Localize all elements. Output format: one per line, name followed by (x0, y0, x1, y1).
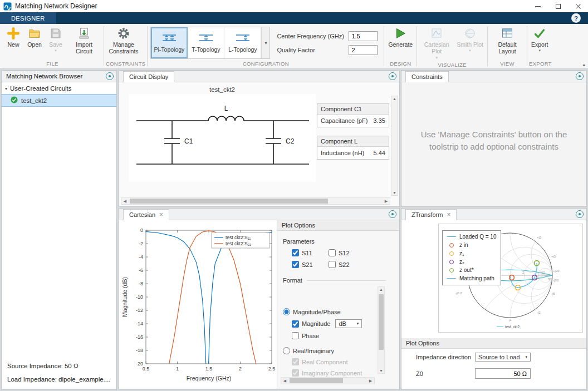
close-button[interactable] (568, 0, 588, 12)
manage-constraints-button[interactable]: Manage Constraints (106, 24, 141, 56)
cartesian-plot-options: Plot Options Parameters S11 S12 S21 S22 … (277, 220, 399, 389)
component-l-property: Inductance (nH) (321, 150, 364, 156)
imaginary-component-checkbox: Imaginary Component (292, 369, 362, 377)
real-component-checkbox-input (292, 358, 299, 365)
tree-group-user-created-circuits[interactable]: ▾ User-Created Circuits (2, 82, 116, 94)
scroll-right-icon[interactable]: ▶ (383, 199, 390, 204)
import-circuit-button[interactable]: Import Circuit (66, 24, 102, 56)
generate-play-icon (393, 27, 408, 40)
chevron-down-icon: ▾ (525, 355, 527, 359)
circuit-vertical-scrollbar[interactable]: ▲ ▼ (391, 96, 398, 196)
magnitude-checkbox[interactable]: Magnitude (292, 320, 330, 328)
source-impedance-text: Source Impedance: 50 Ω (7, 363, 110, 369)
maximize-button[interactable] (548, 0, 568, 12)
s21-checkbox[interactable]: S21 (292, 261, 329, 268)
z0-label: Z0 (416, 370, 475, 377)
browser-panel-options-icon[interactable] (106, 72, 114, 80)
z0-input[interactable] (475, 368, 531, 379)
cartesian-plot-button[interactable]: Cartesian Plot ▾ (419, 24, 454, 61)
t-topology-button[interactable]: T-Topology (188, 27, 224, 58)
generate-button[interactable]: Generate (386, 24, 415, 48)
svg-text:-16: -16 (136, 334, 143, 340)
s12-checkbox-input[interactable] (329, 249, 336, 256)
s11-checkbox-input[interactable] (292, 249, 299, 256)
real-imaginary-radio-input[interactable] (283, 347, 290, 354)
cartesian-panel-options-icon[interactable] (389, 210, 396, 218)
magnitude-unit-dropdown[interactable]: dB▾ (335, 319, 362, 328)
options-vertical-scrollbar[interactable]: ▲ ▼ (378, 286, 385, 374)
scroll-down-icon[interactable]: ▼ (391, 191, 398, 195)
component-c1-property: Capacitance (pF) (321, 117, 367, 124)
l-topology-button[interactable]: L-Topology (224, 27, 261, 58)
scroll-right-icon[interactable]: ▶ (367, 379, 374, 383)
svg-text:-6: -6 (139, 268, 143, 273)
svg-text:-8: -8 (139, 281, 143, 286)
phase-checkbox-input[interactable] (292, 332, 299, 339)
svg-text:Frequency (GHz): Frequency (GHz) (187, 375, 232, 382)
svg-text:0: 0 (140, 227, 143, 233)
collapse-toolstrip-icon[interactable]: ▴ (582, 62, 585, 67)
tab-constraints[interactable]: Constraints (405, 71, 449, 82)
minimize-button[interactable] (528, 0, 548, 12)
new-label: New (7, 41, 19, 48)
circuit-panel-options-icon[interactable] (389, 72, 396, 80)
ztransform-tab-close-icon[interactable]: × (447, 211, 450, 218)
scrollbar-thumb[interactable] (379, 294, 384, 350)
legend-item: z in (447, 241, 496, 249)
component-l-value[interactable]: 5.44 (374, 150, 385, 156)
svg-text:10: 10 (541, 271, 545, 274)
scrollbar-thumb[interactable] (290, 378, 343, 383)
center-frequency-input[interactable] (349, 31, 378, 41)
scroll-left-icon[interactable]: ◀ (121, 199, 129, 204)
tree-item-test-ckt2[interactable]: test_ckt2 (2, 94, 116, 107)
s22-checkbox-input[interactable] (329, 261, 336, 268)
matching-network-browser-panel: Matching Network Browser ▾ User-Created … (1, 70, 117, 390)
smith-plot-button[interactable]: Smith Plot ▾ (454, 24, 486, 54)
svg-text:test ckt2:S₁₁: test ckt2:S₁₁ (226, 235, 251, 240)
tab-cartesian[interactable]: Cartesian × (123, 209, 169, 220)
scroll-up-icon[interactable]: ▲ (378, 288, 384, 291)
quality-factor-input[interactable] (349, 45, 378, 55)
circuit-horizontal-scrollbar[interactable]: ◀ ▶ (121, 197, 390, 205)
cartesian-tab-close-icon[interactable]: × (159, 211, 163, 218)
legend-item: z₂ (447, 258, 496, 265)
scroll-down-icon[interactable]: ▼ (378, 369, 384, 373)
cartesian-plot-area: 0.511.522.50-2-4-6-8-10-12-14-16-18-20te… (120, 221, 277, 388)
topology-gallery-dropdown[interactable]: ▾ (261, 27, 270, 58)
tab-circuit-display[interactable]: Circuit Display (123, 71, 174, 82)
magnitude-phase-radio-input[interactable] (283, 308, 290, 315)
default-layout-button[interactable]: Default Layout (489, 24, 525, 56)
s21-checkbox-input[interactable] (292, 261, 299, 268)
magnitude-checkbox-input[interactable] (292, 320, 299, 328)
svg-text:-18: -18 (136, 348, 143, 353)
scroll-left-icon[interactable]: ◀ (281, 379, 288, 383)
export-button[interactable]: Export ▾ (529, 24, 550, 54)
component-c1-header: Component C1 (317, 104, 389, 115)
s12-checkbox[interactable]: S12 (329, 249, 365, 256)
l-topology-label: L-Topology (228, 46, 257, 53)
new-button[interactable]: New (3, 24, 24, 48)
options-horizontal-scrollbar[interactable]: ◀ ▶ (281, 377, 375, 384)
help-button[interactable]: ? (571, 13, 581, 23)
impedance-direction-dropdown[interactable]: Source to Load▾ (475, 353, 531, 362)
s22-checkbox[interactable]: S22 (329, 261, 365, 268)
schematic-title: test_ckt2 (129, 86, 316, 93)
circuit-display-tab-label: Circuit Display (129, 73, 168, 80)
constraints-panel-options-icon[interactable] (576, 72, 584, 80)
component-c1-value[interactable]: 3.35 (374, 117, 385, 124)
parameters-label: Parameters (283, 238, 399, 245)
cartesian-plot-icon (429, 27, 444, 40)
scrollbar-thumb[interactable] (130, 199, 328, 204)
pi-topology-button[interactable]: Pi-Topology (151, 27, 188, 58)
s11-checkbox[interactable]: S11 (292, 249, 329, 256)
section-visualize: Cartesian Plot ▾ Smith Plot ▾ VISUALIZE (417, 24, 487, 68)
scroll-up-icon[interactable]: ▲ (391, 97, 398, 101)
open-button[interactable]: Open (24, 24, 45, 48)
save-button[interactable]: Save ▾ (45, 24, 66, 54)
svg-text:-2: -2 (139, 241, 143, 246)
phase-checkbox[interactable]: Phase (292, 332, 319, 339)
ztransform-panel-options-icon[interactable] (576, 210, 584, 218)
smith-plot-dropdown-icon: ▾ (469, 48, 471, 53)
tab-designer[interactable]: DESIGNER (0, 12, 56, 24)
tab-ztransform[interactable]: ZTransform × (405, 209, 457, 220)
